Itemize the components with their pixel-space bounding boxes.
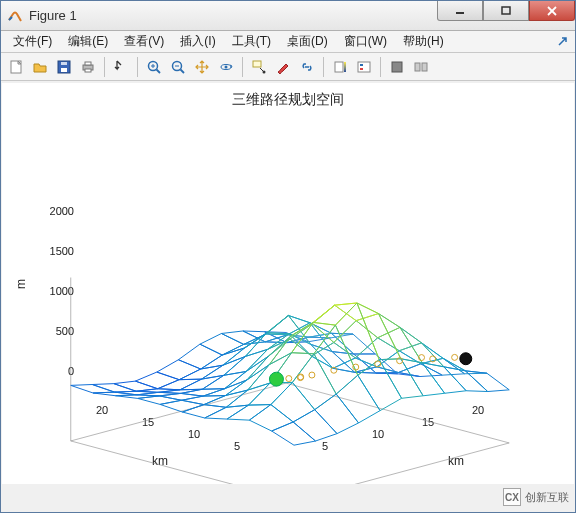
menu-file[interactable]: 文件(F) xyxy=(5,31,60,52)
svg-rect-10 xyxy=(85,69,91,72)
zoom-in-button[interactable] xyxy=(143,56,165,78)
toolbar-separator xyxy=(242,57,243,77)
svg-rect-23 xyxy=(344,62,346,72)
insert-legend-button[interactable] xyxy=(353,56,375,78)
menu-window[interactable]: 窗口(W) xyxy=(336,31,395,52)
svg-line-16 xyxy=(181,69,185,73)
maximize-button[interactable] xyxy=(483,1,529,21)
close-button[interactable] xyxy=(529,1,575,21)
matlab-icon xyxy=(7,8,23,24)
menu-edit[interactable]: 编辑(E) xyxy=(60,31,116,52)
watermark-text: 创新互联 xyxy=(525,490,569,505)
svg-rect-24 xyxy=(358,62,370,72)
svg-point-145 xyxy=(460,353,472,365)
toolbar-separator xyxy=(104,57,105,77)
surface-plot xyxy=(2,83,574,484)
svg-rect-27 xyxy=(392,62,402,72)
hide-plot-tools-button[interactable] xyxy=(386,56,408,78)
window-buttons xyxy=(437,1,575,30)
svg-rect-22 xyxy=(335,62,343,72)
save-button[interactable] xyxy=(53,56,75,78)
svg-rect-20 xyxy=(253,61,261,67)
window-title: Figure 1 xyxy=(29,8,437,23)
open-button[interactable] xyxy=(29,56,51,78)
menu-desktop[interactable]: 桌面(D) xyxy=(279,31,336,52)
toolbar-separator xyxy=(380,57,381,77)
menu-tools[interactable]: 工具(T) xyxy=(224,31,279,52)
axes-3d[interactable]: 三维路径规划空间 m km km 0 500 1000 1500 2000 5 … xyxy=(2,83,574,484)
dock-arrow-icon[interactable] xyxy=(555,34,571,50)
rotate3d-button[interactable] xyxy=(215,56,237,78)
edit-plot-button[interactable] xyxy=(110,56,132,78)
toolbar-separator xyxy=(137,57,138,77)
svg-point-21 xyxy=(263,70,266,73)
svg-rect-1 xyxy=(502,7,510,14)
brush-button[interactable] xyxy=(272,56,294,78)
svg-line-12 xyxy=(157,69,161,73)
link-plot-button[interactable] xyxy=(296,56,318,78)
svg-point-144 xyxy=(269,372,283,386)
svg-rect-28 xyxy=(415,63,420,71)
titlebar[interactable]: Figure 1 xyxy=(1,1,575,31)
data-cursor-button[interactable] xyxy=(248,56,270,78)
zoom-out-button[interactable] xyxy=(167,56,189,78)
toolbar xyxy=(1,53,575,81)
menu-view[interactable]: 查看(V) xyxy=(116,31,172,52)
pan-button[interactable] xyxy=(191,56,213,78)
menu-help[interactable]: 帮助(H) xyxy=(395,31,452,52)
menu-insert[interactable]: 插入(I) xyxy=(172,31,223,52)
svg-rect-9 xyxy=(85,62,91,65)
menubar: 文件(F) 编辑(E) 查看(V) 插入(I) 工具(T) 桌面(D) 窗口(W… xyxy=(1,31,575,53)
toolbar-separator xyxy=(323,57,324,77)
svg-rect-29 xyxy=(422,63,427,71)
svg-point-19 xyxy=(225,65,228,68)
minimize-button[interactable] xyxy=(437,1,483,21)
svg-rect-7 xyxy=(61,62,67,65)
watermark: CX 创新互联 xyxy=(503,488,569,506)
svg-rect-6 xyxy=(61,68,67,72)
svg-point-143 xyxy=(452,354,458,360)
watermark-icon: CX xyxy=(503,488,521,506)
print-button[interactable] xyxy=(77,56,99,78)
figure-window: Figure 1 文件(F) 编辑(E) 查看(V) 插入(I) 工具(T) 桌… xyxy=(0,0,576,513)
show-plot-tools-button[interactable] xyxy=(410,56,432,78)
insert-colorbar-button[interactable] xyxy=(329,56,351,78)
new-figure-button[interactable] xyxy=(5,56,27,78)
